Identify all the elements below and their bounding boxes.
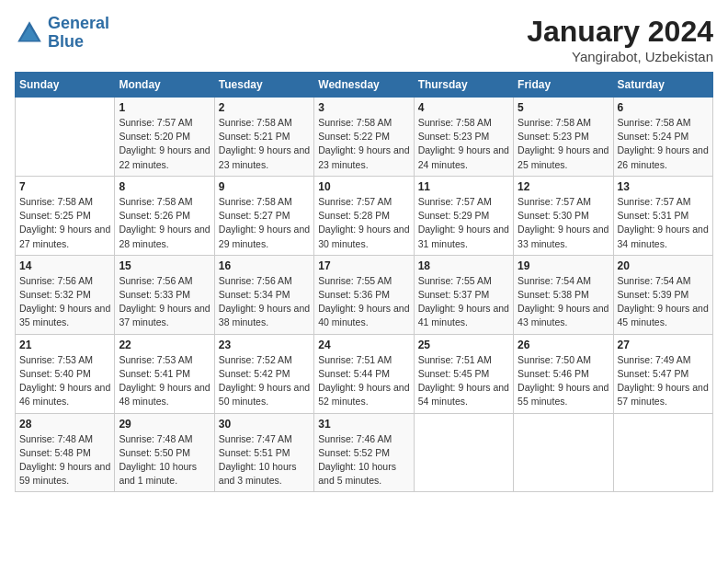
- day-number: 15: [119, 259, 210, 272]
- day-info: Sunrise: 7:58 AMSunset: 5:22 PMDaylight:…: [318, 116, 409, 172]
- day-number: 3: [318, 101, 409, 114]
- weekday-header-thursday: Thursday: [414, 73, 513, 98]
- day-info: Sunrise: 7:53 AMSunset: 5:41 PMDaylight:…: [119, 353, 210, 409]
- weekday-header-row: SundayMondayTuesdayWednesdayThursdayFrid…: [16, 73, 713, 98]
- day-number: 18: [418, 259, 509, 272]
- page-header: General Blue January 2024 Yangirabot, Uz…: [15, 15, 713, 64]
- day-info: Sunrise: 7:48 AMSunset: 5:50 PMDaylight:…: [119, 432, 210, 488]
- calendar-cell: [414, 413, 513, 492]
- day-info: Sunrise: 7:57 AMSunset: 5:28 PMDaylight:…: [318, 195, 409, 251]
- day-info: Sunrise: 7:47 AMSunset: 5:51 PMDaylight:…: [219, 432, 310, 488]
- calendar-table: SundayMondayTuesdayWednesdayThursdayFrid…: [15, 72, 713, 492]
- day-number: 24: [318, 339, 409, 351]
- day-number: 27: [618, 339, 709, 351]
- day-number: 20: [618, 259, 709, 272]
- day-info: Sunrise: 7:50 AMSunset: 5:46 PMDaylight:…: [518, 353, 609, 409]
- calendar-cell: 7Sunrise: 7:58 AMSunset: 5:25 PMDaylight…: [16, 176, 115, 255]
- weekday-header-wednesday: Wednesday: [314, 73, 414, 98]
- day-number: 19: [518, 259, 609, 272]
- day-number: 28: [19, 418, 110, 431]
- day-info: Sunrise: 7:58 AMSunset: 5:26 PMDaylight:…: [119, 195, 210, 251]
- calendar-cell: 6Sunrise: 7:58 AMSunset: 5:24 PMDaylight…: [613, 98, 712, 177]
- calendar-cell: 9Sunrise: 7:58 AMSunset: 5:27 PMDaylight…: [214, 176, 313, 255]
- calendar-cell: 29Sunrise: 7:48 AMSunset: 5:50 PMDayligh…: [115, 413, 214, 492]
- day-number: 1: [119, 101, 210, 114]
- calendar-week-3: 21Sunrise: 7:53 AMSunset: 5:40 PMDayligh…: [16, 334, 713, 413]
- day-info: Sunrise: 7:56 AMSunset: 5:34 PMDaylight:…: [219, 274, 310, 330]
- calendar-cell: 24Sunrise: 7:51 AMSunset: 5:44 PMDayligh…: [314, 334, 414, 413]
- day-info: Sunrise: 7:54 AMSunset: 5:38 PMDaylight:…: [518, 274, 609, 330]
- calendar-cell: 5Sunrise: 7:58 AMSunset: 5:23 PMDaylight…: [514, 98, 613, 177]
- day-info: Sunrise: 7:57 AMSunset: 5:20 PMDaylight:…: [119, 116, 210, 172]
- day-number: 4: [418, 101, 509, 114]
- weekday-header-friday: Friday: [514, 73, 613, 98]
- calendar-cell: 19Sunrise: 7:54 AMSunset: 5:38 PMDayligh…: [514, 255, 613, 334]
- calendar-cell: 20Sunrise: 7:54 AMSunset: 5:39 PMDayligh…: [613, 255, 712, 334]
- day-info: Sunrise: 7:57 AMSunset: 5:29 PMDaylight:…: [418, 195, 509, 251]
- day-info: Sunrise: 7:52 AMSunset: 5:42 PMDaylight:…: [219, 353, 310, 409]
- day-number: 7: [19, 180, 110, 193]
- calendar-cell: 17Sunrise: 7:55 AMSunset: 5:36 PMDayligh…: [314, 255, 414, 334]
- calendar-cell: 27Sunrise: 7:49 AMSunset: 5:47 PMDayligh…: [613, 334, 712, 413]
- day-number: 25: [418, 339, 509, 351]
- calendar-cell: 8Sunrise: 7:58 AMSunset: 5:26 PMDaylight…: [115, 176, 214, 255]
- calendar-cell: 14Sunrise: 7:56 AMSunset: 5:32 PMDayligh…: [16, 255, 115, 334]
- calendar-cell: [613, 413, 712, 492]
- day-number: 30: [219, 418, 310, 431]
- day-info: Sunrise: 7:58 AMSunset: 5:21 PMDaylight:…: [219, 116, 310, 172]
- day-info: Sunrise: 7:58 AMSunset: 5:23 PMDaylight:…: [418, 116, 509, 172]
- calendar-cell: 16Sunrise: 7:56 AMSunset: 5:34 PMDayligh…: [214, 255, 313, 334]
- day-number: 22: [119, 339, 210, 351]
- day-info: Sunrise: 7:54 AMSunset: 5:39 PMDaylight:…: [618, 274, 709, 330]
- calendar-cell: 3Sunrise: 7:58 AMSunset: 5:22 PMDaylight…: [314, 98, 414, 177]
- day-info: Sunrise: 7:51 AMSunset: 5:45 PMDaylight:…: [418, 353, 509, 409]
- day-info: Sunrise: 7:58 AMSunset: 5:27 PMDaylight:…: [219, 195, 310, 251]
- day-number: 29: [119, 418, 210, 431]
- day-info: Sunrise: 7:51 AMSunset: 5:44 PMDaylight:…: [318, 353, 409, 409]
- day-info: Sunrise: 7:49 AMSunset: 5:47 PMDaylight:…: [618, 353, 709, 409]
- calendar-cell: [16, 98, 115, 177]
- calendar-cell: 30Sunrise: 7:47 AMSunset: 5:51 PMDayligh…: [214, 413, 313, 492]
- day-number: 13: [618, 180, 709, 193]
- calendar-cell: 28Sunrise: 7:48 AMSunset: 5:48 PMDayligh…: [16, 413, 115, 492]
- calendar-cell: 10Sunrise: 7:57 AMSunset: 5:28 PMDayligh…: [314, 176, 414, 255]
- calendar-cell: [514, 413, 613, 492]
- calendar-cell: 22Sunrise: 7:53 AMSunset: 5:41 PMDayligh…: [115, 334, 214, 413]
- logo-icon: [15, 18, 44, 48]
- day-info: Sunrise: 7:57 AMSunset: 5:30 PMDaylight:…: [518, 195, 609, 251]
- day-number: 11: [418, 180, 509, 193]
- day-info: Sunrise: 7:46 AMSunset: 5:52 PMDaylight:…: [318, 432, 409, 488]
- calendar-cell: 25Sunrise: 7:51 AMSunset: 5:45 PMDayligh…: [414, 334, 513, 413]
- day-info: Sunrise: 7:58 AMSunset: 5:25 PMDaylight:…: [19, 195, 110, 251]
- calendar-week-2: 14Sunrise: 7:56 AMSunset: 5:32 PMDayligh…: [16, 255, 713, 334]
- calendar-cell: 26Sunrise: 7:50 AMSunset: 5:46 PMDayligh…: [514, 334, 613, 413]
- calendar-cell: 4Sunrise: 7:58 AMSunset: 5:23 PMDaylight…: [414, 98, 513, 177]
- location-title: Yangirabot, Uzbekistan: [527, 49, 713, 64]
- logo-text: General Blue: [48, 15, 109, 52]
- weekday-header-monday: Monday: [115, 73, 214, 98]
- day-info: Sunrise: 7:55 AMSunset: 5:36 PMDaylight:…: [318, 274, 409, 330]
- day-number: 21: [19, 339, 110, 351]
- logo-line2: Blue: [48, 32, 84, 51]
- weekday-header-sunday: Sunday: [16, 73, 115, 98]
- weekday-header-tuesday: Tuesday: [214, 73, 313, 98]
- calendar-week-1: 7Sunrise: 7:58 AMSunset: 5:25 PMDaylight…: [16, 176, 713, 255]
- day-info: Sunrise: 7:56 AMSunset: 5:33 PMDaylight:…: [119, 274, 210, 330]
- day-number: 31: [318, 418, 409, 431]
- day-number: 6: [618, 101, 709, 114]
- day-info: Sunrise: 7:58 AMSunset: 5:23 PMDaylight:…: [518, 116, 609, 172]
- day-number: 5: [518, 101, 609, 114]
- calendar-cell: 12Sunrise: 7:57 AMSunset: 5:30 PMDayligh…: [514, 176, 613, 255]
- day-number: 26: [518, 339, 609, 351]
- calendar-cell: 1Sunrise: 7:57 AMSunset: 5:20 PMDaylight…: [115, 98, 214, 177]
- calendar-cell: 2Sunrise: 7:58 AMSunset: 5:21 PMDaylight…: [214, 98, 313, 177]
- day-number: 16: [219, 259, 310, 272]
- calendar-cell: 21Sunrise: 7:53 AMSunset: 5:40 PMDayligh…: [16, 334, 115, 413]
- day-info: Sunrise: 7:55 AMSunset: 5:37 PMDaylight:…: [418, 274, 509, 330]
- calendar-cell: 13Sunrise: 7:57 AMSunset: 5:31 PMDayligh…: [613, 176, 712, 255]
- day-info: Sunrise: 7:56 AMSunset: 5:32 PMDaylight:…: [19, 274, 110, 330]
- weekday-header-saturday: Saturday: [613, 73, 712, 98]
- day-number: 9: [219, 180, 310, 193]
- calendar-cell: 15Sunrise: 7:56 AMSunset: 5:33 PMDayligh…: [115, 255, 214, 334]
- day-info: Sunrise: 7:57 AMSunset: 5:31 PMDaylight:…: [618, 195, 709, 251]
